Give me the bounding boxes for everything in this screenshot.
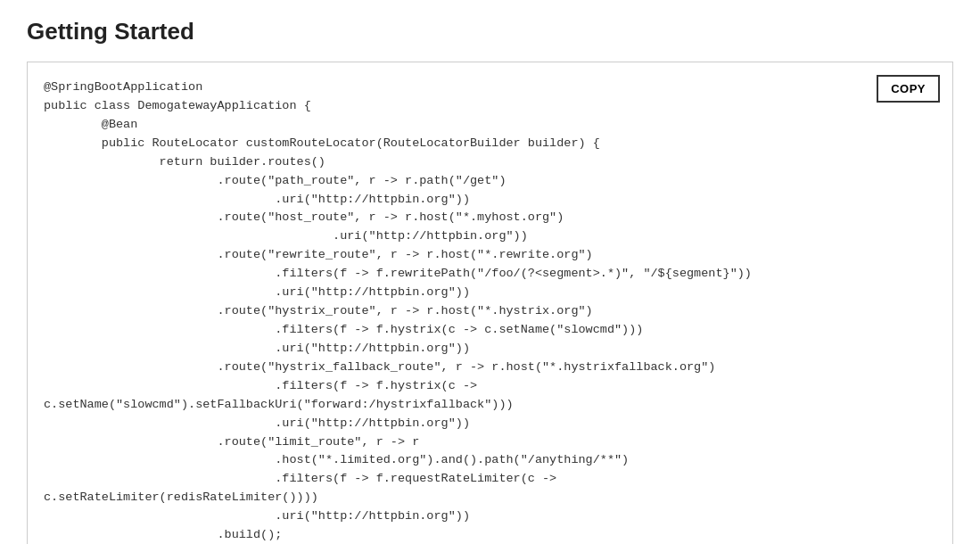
code-container: COPY @SpringBootApplication public class… — [27, 62, 953, 544]
code-block: @SpringBootApplication public class Demo… — [44, 78, 936, 544]
page-title: Getting Started — [27, 18, 953, 45]
copy-button[interactable]: COPY — [877, 75, 940, 103]
